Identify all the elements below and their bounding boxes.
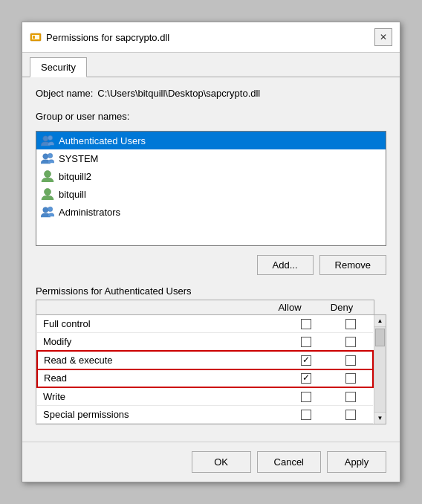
perm-deny-header: Deny	[316, 302, 368, 313]
checkbox-deny-special[interactable]	[345, 410, 356, 420]
svg-point-6	[48, 153, 52, 158]
group-icon	[41, 134, 54, 147]
user-icon	[41, 187, 54, 201]
svg-rect-2	[33, 36, 35, 39]
tab-security[interactable]: Security	[30, 57, 87, 77]
user-item-name: Administrators	[59, 207, 120, 218]
perm-allow-modify[interactable]	[284, 333, 328, 352]
permissions-dialog: Permissions for sapcrypto.dll ✕ Security…	[22, 22, 400, 482]
checkbox-deny-read-execute[interactable]	[345, 355, 356, 366]
svg-point-7	[45, 171, 51, 178]
checkbox-deny-modify[interactable]	[345, 337, 356, 347]
svg-point-5	[43, 154, 48, 159]
apply-button[interactable]: Apply	[327, 451, 386, 473]
perm-name-write: Write	[37, 387, 284, 406]
scroll-track	[374, 327, 386, 412]
perm-col-name	[36, 302, 264, 313]
object-name-label: Object name:	[36, 88, 93, 99]
group-icon	[41, 152, 54, 165]
user-icon	[41, 169, 54, 183]
perm-row-fullcontrol: Full control	[37, 315, 373, 333]
perm-row-read: Read	[37, 369, 373, 388]
perm-name-fullcontrol: Full control	[37, 315, 284, 333]
perm-row-read-execute: Read & execute	[37, 351, 373, 369]
perm-deny-write[interactable]	[328, 387, 373, 406]
checkbox-allow-write[interactable]	[301, 392, 311, 402]
footer-buttons: OK Cancel Apply	[22, 442, 400, 482]
cancel-button[interactable]: Cancel	[257, 451, 321, 473]
perm-allow-read[interactable]	[284, 369, 328, 388]
user-item-name: Authenticated Users	[59, 135, 146, 146]
svg-point-3	[43, 136, 48, 141]
user-list[interactable]: Authenticated Users SYSTEM	[36, 131, 386, 246]
checkbox-deny-read[interactable]	[345, 373, 356, 384]
permissions-section: Permissions for Authenticated Users Allo…	[36, 285, 386, 424]
perm-table-container: Full control	[36, 315, 374, 424]
list-item[interactable]: bitquill	[36, 185, 386, 203]
perm-name-special: Special permissions	[37, 406, 284, 424]
perm-scrollbar[interactable]: ▲ ▼	[374, 315, 386, 424]
perm-allow-fullcontrol[interactable]	[284, 315, 328, 333]
svg-point-8	[45, 189, 51, 196]
object-name-row: Object name: C:\Users\bitquill\Desktop\s…	[36, 88, 386, 99]
dialog-title: Permissions for sapcrypto.dll	[46, 32, 374, 43]
title-bar: Permissions for sapcrypto.dll ✕	[22, 22, 400, 53]
add-button[interactable]: Add...	[257, 255, 314, 275]
perm-allow-special[interactable]	[284, 406, 328, 424]
perm-row-write: Write	[37, 387, 373, 406]
user-item-name: bitquill2	[59, 171, 91, 182]
perm-deny-fullcontrol[interactable]	[328, 315, 373, 333]
scroll-up-arrow[interactable]: ▲	[374, 315, 386, 327]
ok-button[interactable]: OK	[192, 451, 251, 473]
list-item[interactable]: Authenticated Users	[36, 132, 386, 149]
svg-point-9	[43, 207, 48, 213]
perm-allow-write[interactable]	[284, 387, 328, 406]
remove-button[interactable]: Remove	[319, 255, 386, 275]
list-item[interactable]: Administrators	[36, 203, 386, 221]
dialog-content: Object name: C:\Users\bitquill\Desktop\s…	[22, 77, 400, 442]
perm-deny-read-execute[interactable]	[328, 351, 373, 369]
checkbox-allow-modify[interactable]	[301, 337, 311, 347]
perm-row-modify: Modify	[37, 333, 373, 352]
svg-point-4	[48, 135, 52, 140]
perm-row-special: Special permissions	[37, 406, 373, 424]
checkbox-allow-special[interactable]	[301, 410, 311, 420]
checkbox-deny-write[interactable]	[345, 392, 356, 402]
user-item-name: SYSTEM	[59, 153, 98, 164]
perm-name-read: Read	[37, 369, 284, 388]
scroll-down-arrow[interactable]: ▼	[374, 412, 386, 424]
svg-point-10	[48, 207, 52, 211]
checkbox-deny-fullcontrol[interactable]	[345, 319, 356, 329]
perm-name-modify: Modify	[37, 333, 284, 352]
scroll-thumb[interactable]	[375, 329, 385, 346]
tab-bar: Security	[22, 53, 400, 77]
perm-allow-read-execute[interactable]	[284, 351, 328, 369]
checkbox-allow-read[interactable]	[301, 373, 311, 384]
group-section-label: Group or user names:	[36, 111, 386, 122]
object-name-value: C:\Users\bitquill\Desktop\sapcrypto.dll	[97, 88, 260, 99]
add-remove-row: Add... Remove	[36, 255, 386, 275]
perm-allow-header: Allow	[264, 302, 316, 313]
close-button[interactable]: ✕	[374, 28, 392, 46]
user-item-name: bitquill	[59, 189, 86, 200]
perm-deny-special[interactable]	[328, 406, 373, 424]
checkbox-allow-read-execute[interactable]	[301, 355, 311, 366]
checkbox-allow-fullcontrol[interactable]	[301, 319, 311, 329]
permissions-title: Permissions for Authenticated Users	[36, 285, 386, 297]
dialog-icon	[30, 31, 42, 43]
permissions-table: Full control	[36, 315, 374, 424]
list-item[interactable]: bitquill2	[36, 167, 386, 185]
perm-deny-read[interactable]	[328, 369, 373, 388]
group-icon	[41, 205, 54, 219]
list-item[interactable]: SYSTEM	[36, 149, 386, 167]
perm-deny-modify[interactable]	[328, 333, 373, 352]
perm-name-read-execute: Read & execute	[37, 351, 284, 369]
